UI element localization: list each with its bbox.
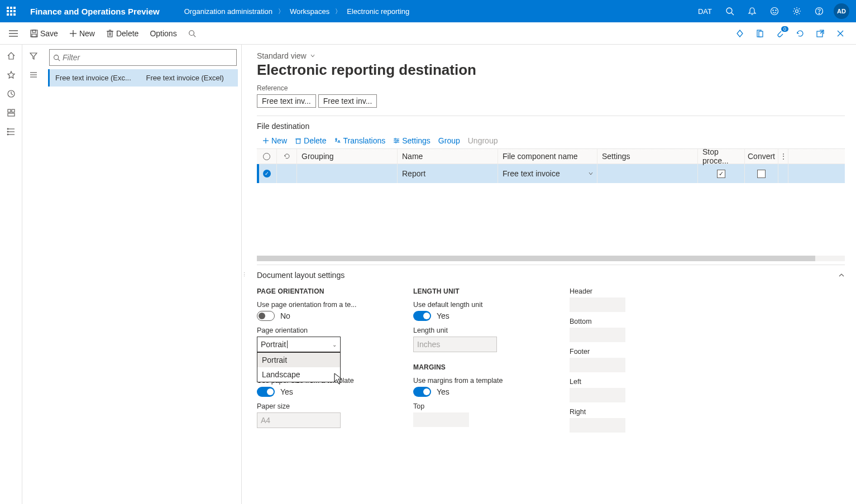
reference-value-1[interactable]: Free text inv... (257, 94, 316, 108)
grid-new-button[interactable]: New (262, 136, 287, 145)
app-title: Finance and Operations Preview (22, 7, 168, 16)
svg-rect-8 (13, 13, 16, 16)
splitter[interactable]: ⋮ (241, 45, 246, 504)
modules-icon[interactable] (6, 126, 17, 137)
svg-rect-26 (108, 31, 112, 37)
use-default-length-toggle[interactable] (413, 311, 431, 321)
svg-line-53 (58, 59, 60, 60)
chevron-down-icon: ⌄ (332, 342, 337, 348)
col-convert[interactable]: Convert (745, 149, 778, 164)
svg-rect-2 (13, 7, 16, 9)
gear-icon[interactable] (786, 0, 808, 22)
length-unit-label: Length unit (413, 327, 547, 334)
use-paper-template-toggle[interactable] (257, 387, 275, 397)
convert-checkbox[interactable] (757, 170, 766, 178)
avatar[interactable]: AD (830, 0, 853, 22)
hamburger-icon[interactable] (2, 22, 25, 45)
reference-value-2[interactable]: Free text inv... (318, 94, 377, 108)
cell-component[interactable]: Free text invoice (498, 164, 597, 183)
length-margins-column: LENGTH UNIT Use default length unit Yes … (413, 287, 547, 438)
new-button[interactable]: New (64, 22, 101, 45)
col-refresh[interactable] (277, 149, 297, 164)
list-view-icon[interactable] (28, 69, 39, 80)
svg-rect-56 (297, 139, 300, 143)
stop-checkbox[interactable] (717, 170, 725, 178)
options-button[interactable]: Options (144, 22, 182, 45)
dropdown-option[interactable]: Landscape (257, 367, 340, 382)
file-destination-header: File destination (257, 122, 845, 131)
top-nav: Finance and Operations Preview Organizat… (0, 0, 856, 22)
dropdown-option[interactable]: Portrait (257, 353, 340, 367)
svg-point-52 (54, 55, 59, 59)
breadcrumb-item[interactable]: Electronic reporting (347, 7, 409, 16)
svg-point-48 (7, 134, 8, 135)
horizontal-scrollbar[interactable] (257, 256, 845, 261)
header-input (570, 297, 625, 312)
close-icon[interactable] (831, 25, 849, 42)
use-margins-template-toggle[interactable] (413, 387, 431, 397)
help-icon[interactable] (808, 0, 830, 22)
orientation-title: PAGE ORIENTATION (257, 287, 391, 295)
breadcrumb: Organization administration 〉 Workspaces… (184, 7, 410, 16)
table-row[interactable]: Report Free text invoice (257, 164, 845, 183)
grid-translations-button[interactable]: Translations (334, 136, 385, 145)
collapse-icon[interactable] (838, 272, 845, 279)
cell-settings[interactable] (597, 164, 698, 183)
page-orientation-combo[interactable]: Portrait ⌄ Portrait Landscape (257, 337, 341, 352)
col-more-icon[interactable]: ⋮ (778, 149, 788, 164)
save-button[interactable]: Save (25, 22, 64, 45)
col-name[interactable]: Name (398, 149, 498, 164)
col-select[interactable] (257, 149, 277, 164)
svg-point-31 (189, 30, 194, 35)
svg-point-46 (7, 128, 8, 129)
svg-rect-5 (13, 10, 16, 12)
popout-icon[interactable] (811, 25, 829, 42)
filter-input[interactable] (49, 49, 237, 66)
svg-point-14 (776, 10, 776, 11)
star-icon[interactable] (6, 69, 17, 80)
grid-group-button[interactable]: Group (438, 136, 460, 145)
related-icon[interactable] (731, 25, 749, 42)
footer-input (570, 358, 625, 372)
search-icon[interactable] (719, 0, 741, 22)
paper-size-label: Paper size (257, 402, 391, 410)
row-selected-icon[interactable] (263, 170, 271, 177)
bottom-label: Bottom (570, 318, 659, 325)
view-selector[interactable]: Standard view (257, 51, 845, 60)
grid-settings-button[interactable]: Settings (393, 136, 431, 145)
breadcrumb-item[interactable]: Workspaces (290, 7, 329, 16)
cmd-search-icon[interactable] (183, 22, 202, 45)
col-settings[interactable]: Settings (597, 149, 698, 164)
funnel-icon[interactable] (28, 50, 39, 61)
breadcrumb-item[interactable]: Organization administration (184, 7, 272, 16)
filter-field[interactable] (63, 53, 233, 62)
smile-icon[interactable] (763, 0, 786, 22)
waffle-icon[interactable] (0, 0, 22, 22)
col-grouping[interactable]: Grouping (297, 149, 398, 164)
company-code[interactable]: DAT (691, 0, 719, 22)
col-component[interactable]: File component name (498, 149, 597, 164)
list-item[interactable]: Free text invoice (Exc... Free text invo… (48, 69, 238, 87)
refresh-icon[interactable] (791, 25, 809, 42)
clock-icon[interactable] (6, 88, 17, 99)
workspaces-icon[interactable] (6, 107, 17, 118)
home-icon[interactable] (6, 50, 17, 61)
header-label: Header (570, 287, 659, 295)
list-item-col1: Free text invoice (Exc... (55, 74, 146, 82)
svg-rect-1 (10, 7, 12, 9)
svg-line-10 (731, 13, 734, 15)
attachment-icon[interactable] (751, 25, 769, 42)
svg-point-15 (796, 10, 798, 13)
delete-button[interactable]: Delete (101, 22, 144, 45)
bottom-input (570, 328, 625, 342)
col-stop[interactable]: Stop proce... (698, 149, 745, 164)
grid-delete-button[interactable]: Delete (295, 136, 326, 145)
cell-grouping[interactable] (297, 164, 398, 183)
cell-name[interactable]: Report (398, 164, 498, 183)
right-input (570, 418, 625, 433)
margins-title: MARGINS (413, 363, 547, 371)
svg-point-62 (397, 140, 398, 141)
bell-icon[interactable] (741, 0, 763, 22)
attach-count-icon[interactable]: 0 (771, 25, 789, 42)
use-orientation-template-toggle[interactable] (257, 311, 275, 321)
